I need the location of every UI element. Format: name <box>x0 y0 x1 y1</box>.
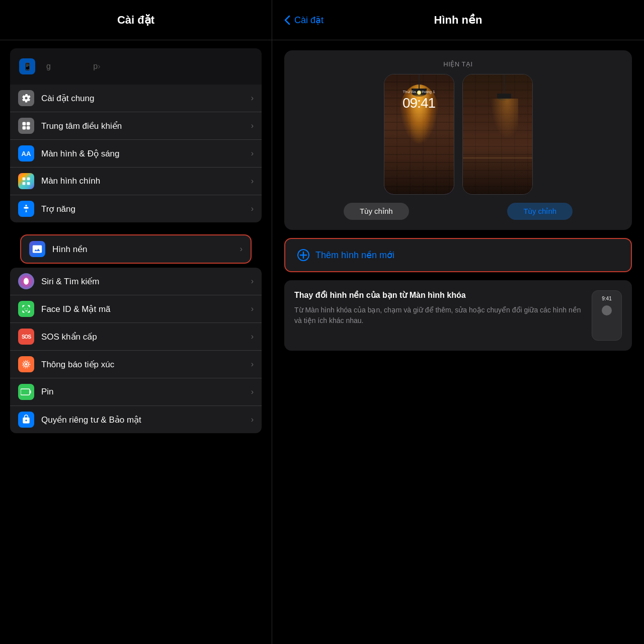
table-line <box>463 157 532 158</box>
settings-item-man-hinh-chinh[interactable]: Màn hình chính › <box>10 168 262 195</box>
hinh-nen-wrapper: Hình nền › <box>10 234 262 264</box>
info-card: Thay đổi hình nền của bạn từ Màn hình kh… <box>284 280 632 351</box>
thumb-time: 9:41 <box>602 296 611 301</box>
wallpaper-previews-section: HIỆN TẠI <box>284 50 632 230</box>
left-title: Cài đặt <box>117 14 154 27</box>
svg-rect-7 <box>27 182 30 185</box>
back-button[interactable]: Cài đặt <box>284 15 324 26</box>
cai-dat-chung-label: Cài đặt chung <box>41 93 251 104</box>
settings-item-hinh-nen[interactable]: Hình nền › <box>21 235 251 263</box>
settings-item-tro-nang[interactable]: Trợ năng › <box>10 195 262 222</box>
thong-bao-label: Thông báo tiếp xúc <box>41 359 251 370</box>
lock-screen-preview: Thứ Ba, 9 tháng 1 09:41 <box>384 74 454 195</box>
top-faded-section: 📱 g p › <box>10 48 262 85</box>
chevron-icon: › <box>251 332 254 341</box>
home-lamp-scene <box>463 74 532 194</box>
svg-rect-15 <box>22 390 27 394</box>
lock-time: 09:41 <box>384 95 454 111</box>
svg-point-8 <box>25 205 27 206</box>
svg-rect-6 <box>23 182 26 185</box>
thumb-dot <box>602 305 612 315</box>
svg-rect-1 <box>27 122 30 126</box>
settings-item-sos[interactable]: SOS SOS khẩn cấp › <box>10 323 262 351</box>
chevron-icon: › <box>240 245 243 254</box>
brightness-icon: AA <box>18 145 34 162</box>
settings-item-man-hinh[interactable]: AA Màn hình & Độ sáng › <box>10 140 262 168</box>
back-label: Cài đặt <box>294 15 324 26</box>
right-title: Hình nền <box>434 14 482 27</box>
section-current-label: HIỆN TẠI <box>294 60 622 68</box>
home-screen-icon <box>18 173 34 189</box>
home-light-beam <box>491 99 518 139</box>
svg-rect-3 <box>27 126 30 130</box>
man-hinh-label: Màn hình & Độ sáng <box>41 148 251 159</box>
chevron-icon: › <box>251 149 254 158</box>
chevron-icon: › <box>251 204 254 213</box>
face-id-icon <box>18 301 34 317</box>
exposure-icon <box>18 356 34 372</box>
wallpaper-icon <box>29 241 45 257</box>
settings-item-thong-bao[interactable]: Thông báo tiếp xúc › <box>10 351 262 378</box>
sos-label: SOS khẩn cấp <box>41 332 251 342</box>
accessibility-icon <box>18 201 34 217</box>
lamp-scene: Thứ Ba, 9 tháng 1 09:41 <box>384 74 454 194</box>
svg-point-10 <box>25 363 28 366</box>
chevron-icon: › <box>251 304 254 313</box>
customize-lock-btn[interactable]: Tùy chỉnh <box>344 203 409 220</box>
add-circle-icon <box>297 249 309 261</box>
chevron-icon: › <box>251 415 254 424</box>
sos-icon: SOS <box>18 329 34 345</box>
face-id-label: Face ID & Mật mã <box>41 304 251 314</box>
preview-row: Thứ Ba, 9 tháng 1 09:41 <box>294 74 622 195</box>
settings-group-3: Siri & Tìm kiếm › Face ID & Mật mã › SOS… <box>10 268 262 433</box>
hinh-nen-label: Hình nền <box>52 244 240 255</box>
right-header: Cài đặt Hình nền <box>272 0 644 40</box>
tro-nang-label: Trợ năng <box>41 204 251 214</box>
settings-item-cai-dat-chung[interactable]: Cài đặt chung › <box>10 85 262 112</box>
lock-time-display: Thứ Ba, 9 tháng 1 09:41 <box>384 90 454 111</box>
add-wallpaper-btn[interactable]: Thêm hình nền mới <box>284 238 632 272</box>
chevron-icon: › <box>251 277 254 286</box>
left-header: Cài đặt <box>0 0 272 40</box>
settings-group-highlighted: Hình nền › <box>20 234 252 264</box>
faded-item: 📱 g p › <box>10 53 262 79</box>
privacy-icon <box>18 412 34 428</box>
trung-tam-label: Trung tâm điều khiển <box>41 121 251 131</box>
chevron-icon: › <box>251 387 254 396</box>
info-title: Thay đổi hình nền của bạn từ Màn hình kh… <box>294 290 584 301</box>
info-text: Thay đổi hình nền của bạn từ Màn hình kh… <box>294 290 584 326</box>
pin-label: Pin <box>41 387 251 397</box>
settings-item-siri[interactable]: Siri & Tìm kiếm › <box>10 268 262 295</box>
customize-home-btn[interactable]: Tùy chỉnh <box>507 203 573 220</box>
chevron-icon: › <box>251 94 254 103</box>
lamp-cable <box>419 74 420 90</box>
settings-item-pin[interactable]: Pin › <box>10 378 262 406</box>
right-content: HIỆN TẠI <box>272 40 644 644</box>
settings-group-1: Cài đặt chung › Trung tâm điều khiển › A… <box>10 85 262 222</box>
svg-rect-4 <box>23 178 26 181</box>
settings-item-quyen-rieng-tu[interactable]: Quyền riêng tư & Bảo mật › <box>10 406 262 433</box>
home-lamp-cable <box>504 74 505 95</box>
add-wallpaper-label: Thêm hình nền mới <box>315 250 394 261</box>
chevron-icon: › <box>251 121 254 130</box>
settings-item-face-id[interactable]: Face ID & Mật mã › <box>10 295 262 323</box>
gear-icon <box>18 90 34 106</box>
quyen-rieng-tu-label: Quyền riêng tư & Bảo mật <box>41 415 251 425</box>
lock-date: Thứ Ba, 9 tháng 1 <box>384 90 454 94</box>
battery-icon <box>18 384 34 400</box>
svg-rect-5 <box>27 178 30 181</box>
faded-icon: 📱 <box>19 58 35 74</box>
svg-rect-0 <box>23 122 26 126</box>
home-screen-preview <box>462 74 533 195</box>
man-hinh-chinh-label: Màn hình chính <box>41 176 251 186</box>
right-panel: Cài đặt Hình nền HIỆN TẠI <box>272 0 644 644</box>
siri-icon <box>18 273 34 289</box>
control-center-icon <box>18 118 34 134</box>
chevron-icon: › <box>251 360 254 369</box>
btn-row: Tùy chỉnh Tùy chỉnh <box>294 203 622 220</box>
svg-rect-2 <box>23 126 26 130</box>
svg-point-9 <box>24 278 29 284</box>
svg-rect-14 <box>30 390 31 393</box>
settings-item-trung-tam[interactable]: Trung tâm điều khiển › <box>10 112 262 140</box>
chevron-icon: › <box>251 177 254 186</box>
